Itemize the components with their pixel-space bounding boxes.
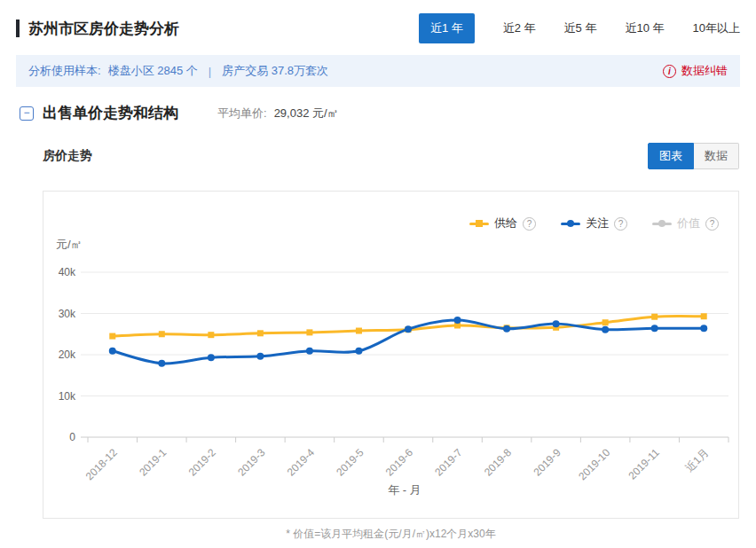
tab-recent-5-years[interactable]: 近5 年 <box>564 20 597 36</box>
data-point <box>208 354 215 361</box>
data-correction-label: 数据纠错 <box>681 63 728 79</box>
legend-label: 关注 <box>586 215 609 231</box>
svg-text:40k: 40k <box>59 266 76 278</box>
title-accent-bar <box>16 20 20 37</box>
help-icon[interactable]: ? <box>614 217 627 231</box>
legend-marker-square <box>476 220 483 227</box>
help-icon[interactable]: ? <box>523 217 536 231</box>
sample-info-bar: 分析使用样本: 楼盘小区 2845 个 | 房产交易 37.8万套次 i 数据纠… <box>16 55 740 87</box>
data-point <box>257 330 264 336</box>
data-point <box>306 348 313 355</box>
page-title: 苏州市区房价走势分析 <box>28 19 179 39</box>
x-tick-label: 2019-2 <box>186 446 219 479</box>
tab-recent-10-years[interactable]: 近10 年 <box>625 20 664 36</box>
x-tick-label: 2019-8 <box>482 446 515 479</box>
price-trend-chart[interactable]: 元/㎡010k20k30k40k2018-122019-12019-22019-… <box>43 192 738 518</box>
data-point <box>159 331 165 337</box>
y-axis: 元/㎡010k20k30k40k <box>56 238 728 443</box>
x-tick-label: 2019-1 <box>137 446 169 479</box>
legend-swatch <box>652 223 672 225</box>
svg-text:30k: 30k <box>59 308 76 320</box>
time-range-tabs: 近1 年 近2 年 近5 年 近10 年 10年以上 <box>419 13 740 43</box>
avg-price-value: 29,032 元/㎡ <box>274 106 339 121</box>
help-icon[interactable]: ? <box>705 217 719 231</box>
data-point <box>355 348 362 355</box>
legend-swatch <box>561 223 580 225</box>
x-tick-label: 2019-4 <box>285 446 318 479</box>
x-axis: 2018-122019-12019-22019-32019-42019-5201… <box>81 437 728 497</box>
data-point <box>256 353 264 360</box>
chart-card: 供给?关注?价值? 元/㎡010k20k30k40k2018-122019-12… <box>43 191 739 519</box>
x-tick-label: 2019-7 <box>432 446 465 479</box>
x-axis-title: 年 - 月 <box>388 483 421 497</box>
x-tick-label: 2019-10 <box>576 446 612 482</box>
x-tick-label: 2019-11 <box>626 446 662 482</box>
svg-text:元/㎡: 元/㎡ <box>56 238 83 251</box>
x-tick-label: 2019-5 <box>334 446 366 479</box>
tab-recent-1-year[interactable]: 近1 年 <box>419 13 475 43</box>
view-toggle: 图表 数据 <box>648 143 739 169</box>
data-point <box>553 320 560 327</box>
x-tick-label: 2018-12 <box>83 446 120 482</box>
legend-item-供给[interactable]: 供给? <box>469 215 536 231</box>
data-point <box>109 333 115 340</box>
title-wrap: 苏州市区房价走势分析 <box>16 19 179 39</box>
data-point <box>701 313 707 319</box>
sample-label: 分析使用样本: <box>28 63 101 79</box>
svg-text:10k: 10k <box>59 390 76 403</box>
data-point <box>109 348 116 355</box>
svg-text:20k: 20k <box>59 348 76 361</box>
tab-over-10-years[interactable]: 10年以上 <box>693 20 740 36</box>
legend-swatch <box>469 223 489 225</box>
data-point <box>158 360 165 367</box>
chart-legend: 供给?关注?价值? <box>469 215 719 231</box>
data-point <box>208 332 214 338</box>
data-point <box>602 319 609 325</box>
chart-title: 房价走势 <box>43 148 92 164</box>
x-tick-label: 近1月 <box>683 446 712 474</box>
data-point <box>651 325 658 332</box>
svg-text:0: 0 <box>69 431 75 443</box>
page: 苏州市区房价走势分析 近1 年 近2 年 近5 年 近10 年 10年以上 分析… <box>0 0 756 548</box>
chart-header: 房价走势 图表 数据 <box>43 144 739 168</box>
section-title: 出售单价走势和结构 <box>43 103 178 123</box>
data-point <box>405 325 412 333</box>
x-tick-label: 2019-3 <box>235 446 268 479</box>
collapse-icon[interactable]: − <box>20 106 34 121</box>
legend-item-价值[interactable]: 价值? <box>652 215 719 231</box>
section-header: − 出售单价走势和结构 平均单价: 29,032 元/㎡ <box>20 103 339 123</box>
legend-label: 价值 <box>677 215 700 231</box>
toggle-data-view[interactable]: 数据 <box>694 143 739 169</box>
x-tick-label: 2019-6 <box>383 446 416 479</box>
footnote: * 价值=该月平均租金(元/月/㎡)x12个月x30年 <box>43 527 739 542</box>
sample-transactions: 房产交易 37.8万套次 <box>222 63 328 79</box>
data-point <box>602 326 609 333</box>
series-关注[interactable] <box>109 317 707 367</box>
legend-marker-circle <box>658 220 665 227</box>
legend-item-关注[interactable]: 关注? <box>561 215 627 231</box>
data-point <box>454 317 461 324</box>
data-point <box>306 329 312 335</box>
separator: | <box>209 65 211 78</box>
tab-recent-2-years[interactable]: 近2 年 <box>503 20 536 36</box>
data-point <box>700 325 707 332</box>
page-header: 苏州市区房价走势分析 近1 年 近2 年 近5 年 近10 年 10年以上 <box>16 11 740 46</box>
data-correction-button[interactable]: i 数据纠错 <box>663 63 728 79</box>
data-point <box>503 325 510 333</box>
info-circle-icon: i <box>663 65 676 78</box>
avg-price-label: 平均单价: <box>217 106 267 121</box>
legend-label: 供给 <box>494 215 517 231</box>
legend-marker-circle <box>567 220 574 227</box>
data-point <box>651 314 658 320</box>
sample-communities: 楼盘小区 2845 个 <box>108 63 198 79</box>
x-tick-label: 2019-9 <box>531 446 563 479</box>
toggle-chart-view[interactable]: 图表 <box>648 143 694 169</box>
data-point <box>356 328 362 334</box>
